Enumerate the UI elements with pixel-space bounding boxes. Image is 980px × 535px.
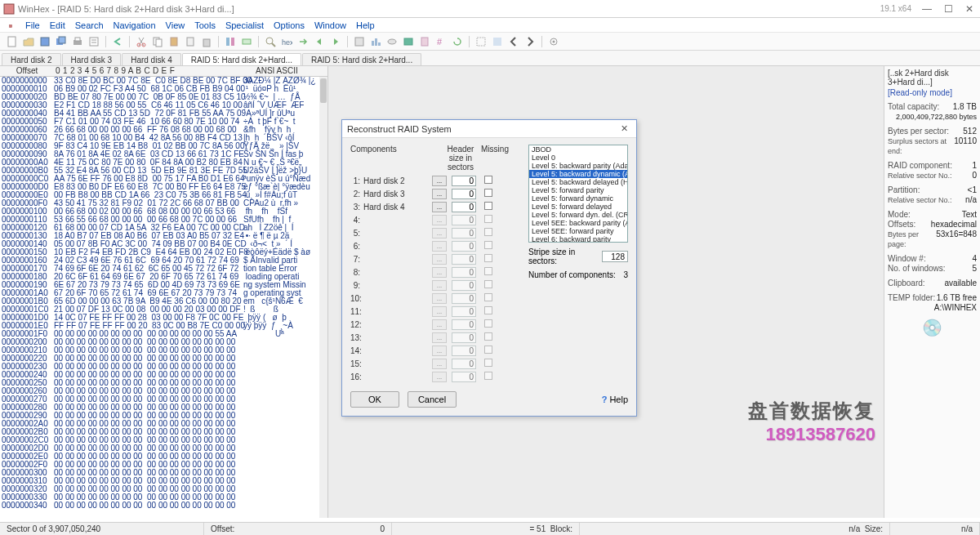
nav-back-icon[interactable] [506, 34, 521, 49]
headersize-input[interactable]: 0 [452, 176, 476, 186]
find-icon[interactable] [263, 34, 278, 49]
menu-tools[interactable]: Tools [190, 20, 220, 30]
ok-button[interactable]: OK [350, 391, 399, 408]
browse-button[interactable]: ... [432, 306, 447, 317]
missing-checkbox[interactable] [484, 280, 492, 288]
saveall-icon[interactable] [54, 34, 69, 49]
scroll-thumb[interactable] [320, 78, 327, 103]
tab-raid5b[interactable]: RAID 5: Hard disk 2+Hard... [302, 53, 421, 65]
minimize-button[interactable]: — [916, 1, 938, 17]
nav-fwd-icon[interactable] [523, 34, 537, 49]
copy-icon[interactable] [150, 34, 165, 49]
menu-file[interactable]: File [21, 20, 44, 30]
headersize-input[interactable]: 0 [452, 359, 476, 369]
clipboard-icon[interactable] [167, 34, 181, 49]
missing-checkbox[interactable] [484, 202, 492, 210]
selend-icon[interactable] [490, 34, 505, 49]
raid-level-option[interactable]: Level 5: forward delayed [529, 203, 627, 211]
paste-icon[interactable] [183, 34, 198, 49]
headersize-input[interactable]: 0 [452, 319, 476, 330]
hex-rows[interactable]: 000000000033 C0 8E D0 BC 00 7C 8E C0 8E … [0, 77, 327, 510]
browse-button[interactable]: ... [432, 280, 447, 291]
browse-button[interactable]: ... [432, 241, 447, 252]
missing-checkbox[interactable] [484, 359, 492, 367]
raid-level-option[interactable]: Level 5EE: forward parity [529, 227, 627, 235]
browse-button[interactable]: ... [432, 293, 447, 304]
headersize-input[interactable]: 0 [452, 202, 476, 212]
missing-checkbox[interactable] [484, 306, 492, 314]
missing-checkbox[interactable] [484, 254, 492, 262]
tab-hd2[interactable]: Hard disk 2 [2, 53, 61, 65]
xray-icon[interactable] [352, 34, 367, 49]
disk-icon[interactable] [385, 34, 399, 49]
headersize-input[interactable]: 0 [452, 189, 476, 199]
headersize-input[interactable]: 0 [452, 346, 476, 356]
raid-level-option[interactable]: Level 5: backward parity (Adaptec) [529, 162, 627, 170]
raid-level-option[interactable]: Level 5: backward delayed (HP) [529, 178, 627, 186]
raid-level-list[interactable]: JBODLevel 0Level 5: backward parity (Ada… [528, 145, 628, 243]
open-icon[interactable] [21, 34, 36, 49]
browse-button[interactable]: ... [432, 189, 447, 199]
browse-button[interactable]: ... [432, 267, 447, 278]
missing-checkbox[interactable] [484, 189, 492, 197]
sync-icon[interactable] [450, 34, 465, 49]
print-icon[interactable] [70, 34, 85, 49]
headersize-input[interactable]: 0 [452, 332, 476, 343]
missing-checkbox[interactable] [484, 267, 492, 275]
analyse-icon[interactable] [368, 34, 383, 49]
missing-checkbox[interactable] [484, 372, 492, 380]
new-icon[interactable] [5, 34, 20, 49]
cut-icon[interactable] [134, 34, 149, 49]
missing-checkbox[interactable] [484, 319, 492, 328]
browse-button[interactable]: ... [432, 359, 447, 369]
back-icon[interactable] [312, 34, 327, 49]
missing-checkbox[interactable] [484, 346, 492, 354]
menu-window[interactable]: Window [310, 20, 350, 30]
tab-raid5a[interactable]: RAID 5: Hard disk 2+Hard... [182, 53, 301, 65]
drive-icon[interactable] [239, 34, 254, 49]
raid-level-option[interactable]: Level 5: forward parity [529, 186, 627, 194]
headersize-input[interactable]: 0 [452, 372, 476, 382]
browse-button[interactable]: ... [432, 332, 447, 343]
browse-button[interactable]: ... [432, 372, 447, 382]
headersize-input[interactable]: 0 [452, 280, 476, 291]
headersize-input[interactable]: 0 [452, 306, 476, 317]
simul-icon[interactable] [401, 34, 416, 49]
headersize-input[interactable]: 0 [452, 241, 476, 252]
menu-help[interactable]: Help [352, 20, 379, 30]
hash-icon[interactable]: # [434, 34, 448, 49]
menu-options[interactable]: Options [270, 20, 309, 30]
fwd-icon[interactable] [328, 34, 343, 49]
stripe-input[interactable] [602, 251, 628, 262]
cancel-button[interactable]: Cancel [408, 391, 457, 408]
browse-button[interactable]: ... [432, 176, 447, 186]
headersize-input[interactable]: 0 [452, 293, 476, 304]
raid-level-option[interactable]: JBOD [529, 145, 627, 154]
raid-level-option[interactable]: Level 5: forward dyn. del. (CRU-DP) [529, 211, 627, 219]
missing-checkbox[interactable] [484, 241, 492, 249]
missing-checkbox[interactable] [484, 293, 492, 301]
hex-scrollbar[interactable] [319, 77, 327, 518]
raid-level-option[interactable]: Level 0 [529, 154, 627, 162]
missing-checkbox[interactable] [484, 332, 492, 341]
menu-view[interactable]: View [162, 20, 189, 30]
browse-button[interactable]: ... [432, 202, 447, 212]
selall-icon[interactable] [474, 34, 488, 49]
save-icon[interactable] [38, 34, 52, 49]
browse-button[interactable]: ... [432, 254, 447, 265]
findhex-icon[interactable]: hex [279, 34, 294, 49]
raid-level-option[interactable]: Level 5EE: backward parity (Adaptec) [529, 219, 627, 227]
tab-hd3[interactable]: Hard disk 3 [62, 53, 122, 65]
headersize-input[interactable]: 0 [452, 254, 476, 265]
close-button[interactable]: ✕ [959, 1, 980, 17]
headersize-input[interactable]: 0 [452, 215, 476, 225]
calc-icon[interactable] [417, 34, 432, 49]
headersize-input[interactable]: 0 [452, 267, 476, 278]
browse-button[interactable]: ... [432, 346, 447, 356]
missing-checkbox[interactable] [484, 215, 492, 223]
maximize-button[interactable]: ☐ [938, 1, 959, 17]
tab-hd4[interactable]: Hard disk 4 [122, 53, 181, 65]
dialog-close-icon[interactable]: ✕ [617, 123, 631, 134]
goto-icon[interactable] [296, 34, 310, 49]
missing-checkbox[interactable] [484, 228, 492, 236]
